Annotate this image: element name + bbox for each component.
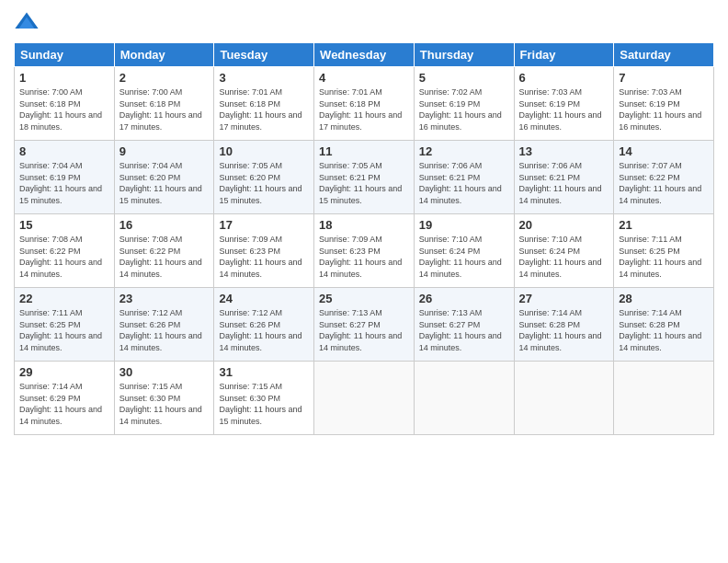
day-header-wednesday: Wednesday <box>314 43 415 67</box>
day-number: 27 <box>519 292 609 305</box>
calendar-cell: 31Sunrise: 7:15 AMSunset: 6:30 PMDayligh… <box>214 362 314 435</box>
day-number: 8 <box>19 144 109 158</box>
calendar-cell: 12Sunrise: 7:06 AMSunset: 6:21 PMDayligh… <box>414 141 514 214</box>
day-info: Sunrise: 7:06 AMSunset: 6:21 PMDaylight:… <box>419 160 509 206</box>
day-info: Sunrise: 7:09 AMSunset: 6:23 PMDaylight:… <box>219 234 309 280</box>
calendar-cell: 28Sunrise: 7:14 AMSunset: 6:28 PMDayligh… <box>614 288 714 362</box>
day-info: Sunrise: 7:14 AMSunset: 6:29 PMDaylight:… <box>19 381 109 427</box>
day-number: 5 <box>419 71 509 85</box>
day-info: Sunrise: 7:15 AMSunset: 6:30 PMDaylight:… <box>119 381 210 427</box>
day-number: 22 <box>19 292 109 305</box>
day-info: Sunrise: 7:09 AMSunset: 6:23 PMDaylight:… <box>319 234 409 280</box>
day-number: 7 <box>619 71 709 85</box>
calendar-cell: 21Sunrise: 7:11 AMSunset: 6:25 PMDayligh… <box>614 214 714 288</box>
day-info: Sunrise: 7:05 AMSunset: 6:20 PMDaylight:… <box>219 160 309 206</box>
week-row-1: 1Sunrise: 7:00 AMSunset: 6:18 PMDaylight… <box>15 67 714 141</box>
logo-icon <box>14 9 40 35</box>
calendar-cell: 13Sunrise: 7:06 AMSunset: 6:21 PMDayligh… <box>514 141 614 214</box>
day-info: Sunrise: 7:03 AMSunset: 6:19 PMDaylight:… <box>519 86 609 132</box>
calendar-cell: 14Sunrise: 7:07 AMSunset: 6:22 PMDayligh… <box>614 141 714 214</box>
day-info: Sunrise: 7:08 AMSunset: 6:22 PMDaylight:… <box>119 234 210 280</box>
day-info: Sunrise: 7:14 AMSunset: 6:28 PMDaylight:… <box>519 307 609 353</box>
calendar-cell: 18Sunrise: 7:09 AMSunset: 6:23 PMDayligh… <box>314 214 415 288</box>
day-info: Sunrise: 7:10 AMSunset: 6:24 PMDaylight:… <box>419 234 509 280</box>
week-row-5: 29Sunrise: 7:14 AMSunset: 6:29 PMDayligh… <box>15 362 714 435</box>
day-number: 14 <box>619 144 709 158</box>
week-row-4: 22Sunrise: 7:11 AMSunset: 6:25 PMDayligh… <box>15 288 714 362</box>
day-number: 21 <box>619 218 709 232</box>
calendar-cell: 8Sunrise: 7:04 AMSunset: 6:19 PMDaylight… <box>15 141 115 214</box>
day-header-monday: Monday <box>114 43 214 67</box>
day-info: Sunrise: 7:01 AMSunset: 6:18 PMDaylight:… <box>319 86 409 132</box>
calendar-table: SundayMondayTuesdayWednesdayThursdayFrid… <box>14 42 714 435</box>
day-number: 2 <box>119 71 210 85</box>
calendar-cell: 11Sunrise: 7:05 AMSunset: 6:21 PMDayligh… <box>314 141 415 214</box>
day-number: 23 <box>119 292 210 305</box>
calendar-cell: 1Sunrise: 7:00 AMSunset: 6:18 PMDaylight… <box>15 67 115 141</box>
day-number: 19 <box>419 218 509 232</box>
day-info: Sunrise: 7:04 AMSunset: 6:20 PMDaylight:… <box>119 160 210 206</box>
day-number: 16 <box>119 218 210 232</box>
day-header-tuesday: Tuesday <box>214 43 314 67</box>
logo <box>14 9 43 35</box>
calendar-cell: 22Sunrise: 7:11 AMSunset: 6:25 PMDayligh… <box>15 288 115 362</box>
calendar-header-row: SundayMondayTuesdayWednesdayThursdayFrid… <box>15 43 714 67</box>
day-number: 15 <box>19 218 109 232</box>
calendar-cell: 19Sunrise: 7:10 AMSunset: 6:24 PMDayligh… <box>414 214 514 288</box>
day-info: Sunrise: 7:13 AMSunset: 6:27 PMDaylight:… <box>419 307 509 353</box>
day-info: Sunrise: 7:11 AMSunset: 6:25 PMDaylight:… <box>19 307 109 353</box>
day-number: 3 <box>219 71 309 85</box>
day-info: Sunrise: 7:06 AMSunset: 6:21 PMDaylight:… <box>519 160 609 206</box>
header <box>14 9 714 35</box>
calendar-cell <box>414 362 514 435</box>
day-info: Sunrise: 7:13 AMSunset: 6:27 PMDaylight:… <box>319 307 409 353</box>
day-number: 28 <box>619 292 709 305</box>
day-number: 24 <box>219 292 309 305</box>
calendar-cell: 6Sunrise: 7:03 AMSunset: 6:19 PMDaylight… <box>514 67 614 141</box>
day-info: Sunrise: 7:15 AMSunset: 6:30 PMDaylight:… <box>219 381 309 427</box>
calendar-cell: 9Sunrise: 7:04 AMSunset: 6:20 PMDaylight… <box>114 141 214 214</box>
day-info: Sunrise: 7:10 AMSunset: 6:24 PMDaylight:… <box>519 234 609 280</box>
day-number: 6 <box>519 71 609 85</box>
day-number: 12 <box>419 144 509 158</box>
calendar-cell: 15Sunrise: 7:08 AMSunset: 6:22 PMDayligh… <box>15 214 115 288</box>
day-number: 1 <box>19 71 109 85</box>
day-number: 9 <box>119 144 210 158</box>
day-number: 29 <box>19 365 109 379</box>
calendar-cell: 30Sunrise: 7:15 AMSunset: 6:30 PMDayligh… <box>114 362 214 435</box>
day-info: Sunrise: 7:12 AMSunset: 6:26 PMDaylight:… <box>119 307 210 353</box>
calendar-cell: 27Sunrise: 7:14 AMSunset: 6:28 PMDayligh… <box>514 288 614 362</box>
day-number: 13 <box>519 144 609 158</box>
day-info: Sunrise: 7:00 AMSunset: 6:18 PMDaylight:… <box>19 86 109 132</box>
day-info: Sunrise: 7:03 AMSunset: 6:19 PMDaylight:… <box>619 86 709 132</box>
day-number: 17 <box>219 218 309 232</box>
day-number: 26 <box>419 292 509 305</box>
day-number: 18 <box>319 218 409 232</box>
day-info: Sunrise: 7:04 AMSunset: 6:19 PMDaylight:… <box>19 160 109 206</box>
day-number: 11 <box>319 144 409 158</box>
calendar-cell: 29Sunrise: 7:14 AMSunset: 6:29 PMDayligh… <box>15 362 115 435</box>
day-number: 4 <box>319 71 409 85</box>
day-info: Sunrise: 7:14 AMSunset: 6:28 PMDaylight:… <box>619 307 709 353</box>
calendar-cell: 4Sunrise: 7:01 AMSunset: 6:18 PMDaylight… <box>314 67 415 141</box>
calendar-cell: 17Sunrise: 7:09 AMSunset: 6:23 PMDayligh… <box>214 214 314 288</box>
day-number: 31 <box>219 365 309 379</box>
calendar-cell <box>614 362 714 435</box>
week-row-2: 8Sunrise: 7:04 AMSunset: 6:19 PMDaylight… <box>15 141 714 214</box>
calendar-cell: 20Sunrise: 7:10 AMSunset: 6:24 PMDayligh… <box>514 214 614 288</box>
day-number: 20 <box>519 218 609 232</box>
calendar-cell: 23Sunrise: 7:12 AMSunset: 6:26 PMDayligh… <box>114 288 214 362</box>
calendar-cell: 24Sunrise: 7:12 AMSunset: 6:26 PMDayligh… <box>214 288 314 362</box>
day-header-thursday: Thursday <box>414 43 514 67</box>
calendar-cell <box>314 362 415 435</box>
day-info: Sunrise: 7:08 AMSunset: 6:22 PMDaylight:… <box>19 234 109 280</box>
day-info: Sunrise: 7:00 AMSunset: 6:18 PMDaylight:… <box>119 86 210 132</box>
week-row-3: 15Sunrise: 7:08 AMSunset: 6:22 PMDayligh… <box>15 214 714 288</box>
calendar-cell: 10Sunrise: 7:05 AMSunset: 6:20 PMDayligh… <box>214 141 314 214</box>
day-header-friday: Friday <box>514 43 614 67</box>
calendar-cell: 25Sunrise: 7:13 AMSunset: 6:27 PMDayligh… <box>314 288 415 362</box>
page: SundayMondayTuesdayWednesdayThursdayFrid… <box>0 0 728 563</box>
calendar-cell <box>514 362 614 435</box>
day-header-sunday: Sunday <box>15 43 115 67</box>
day-info: Sunrise: 7:11 AMSunset: 6:25 PMDaylight:… <box>619 234 709 280</box>
